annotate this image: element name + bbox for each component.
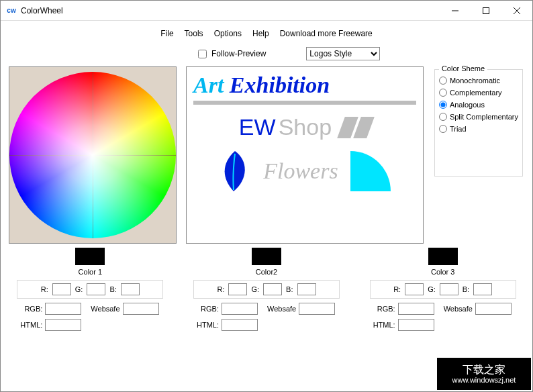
color3-name: Color 3 [431,268,454,276]
color-wheel-panel [9,66,177,244]
color1-b-input[interactable] [121,283,140,295]
style-select[interactable]: Logos Style [306,47,380,60]
color-panels-row: Color 1 R: G: B: RGB: Websafe HTML: Colo… [9,248,524,335]
maximize-button[interactable] [471,1,501,21]
menu-tools[interactable]: Tools [181,28,207,40]
color2-g-input[interactable] [263,283,282,295]
preview-panel: Art Exhibition EWShop Flowers [186,66,424,244]
menu-download[interactable]: Download more Freeware [276,28,377,40]
close-icon [514,7,520,14]
scheme-legend: Color Sheme [439,64,487,72]
watermark-url: www.windowszj.net [452,376,516,385]
color3-g-input[interactable] [440,283,458,295]
follow-preview-input[interactable] [198,50,207,58]
preview-flowers: Flowers [263,158,338,184]
menu-options[interactable]: Options [210,28,246,40]
menubar: File Tools Options Help Download more Fr… [1,21,532,46]
scheme-split[interactable]: Split Complementary [439,113,518,121]
preview-rule [193,101,416,105]
color3-rgb-input[interactable] [398,303,434,315]
preview-ewshop: EWShop [193,114,416,140]
color-wheel[interactable] [9,72,176,238]
minimize-button[interactable] [440,1,471,21]
color2-name: Color2 [256,268,277,276]
follow-preview-checkbox[interactable]: Follow-Preview [195,48,266,60]
color1-rgb-input[interactable] [45,303,81,315]
quarter-circle-icon [350,151,391,191]
slash-icon [341,117,371,138]
menu-file[interactable]: File [156,28,177,40]
color3-r-input[interactable] [405,283,424,295]
follow-preview-label: Follow-Preview [211,49,266,58]
color1-g-input[interactable] [87,283,105,295]
color2-r-input[interactable] [228,283,247,295]
color2-html-input[interactable] [222,319,258,331]
leaf-icon [219,150,251,193]
preview-art-exhibition: Art Exhibition [193,72,416,98]
watermark: 下载之家 www.windowszj.net [437,358,531,390]
app-icon: cw [6,5,17,16]
color-panel-3: Color 3 R: G: B: RGB: Websafe HTML: [361,248,524,335]
color3-html-input[interactable] [398,319,434,331]
wheel-crosshair-h [9,155,176,156]
minimize-icon [452,7,458,14]
color2-swatch[interactable] [252,248,281,265]
svg-rect-1 [483,7,489,13]
menu-help[interactable]: Help [248,28,273,40]
color1-html-input[interactable] [45,319,81,331]
scheme-analogous[interactable]: Analogous [439,101,518,109]
scheme-complementary[interactable]: Complementary [439,89,518,97]
color-scheme-group: Color Sheme Monochromatic Complementary … [434,69,523,177]
scheme-mono[interactable]: Monochromatic [439,77,518,85]
color2-websafe-input[interactable] [299,303,335,315]
scheme-triad[interactable]: Triad [439,125,518,133]
color1-r-input[interactable] [52,283,71,295]
close-button[interactable] [501,1,532,21]
window-title: ColorWheel [21,6,63,15]
color3-swatch[interactable] [428,248,458,265]
maximize-icon [483,7,489,14]
color3-b-input[interactable] [473,283,492,295]
color2-b-input[interactable] [297,283,316,295]
wheel-crosshair-v [93,72,93,238]
color2-rgb-input[interactable] [222,303,258,315]
color-panel-2: Color2 R: G: B: RGB: Websafe HTML: [185,248,348,335]
color-panel-1: Color 1 R: G: B: RGB: Websafe HTML: [9,248,172,335]
color3-websafe-input[interactable] [475,303,512,315]
color1-swatch[interactable] [75,248,105,265]
color1-name: Color 1 [79,268,102,276]
color1-websafe-input[interactable] [123,303,159,315]
watermark-text: 下载之家 [463,363,505,376]
titlebar: cw ColorWheel [1,1,532,21]
